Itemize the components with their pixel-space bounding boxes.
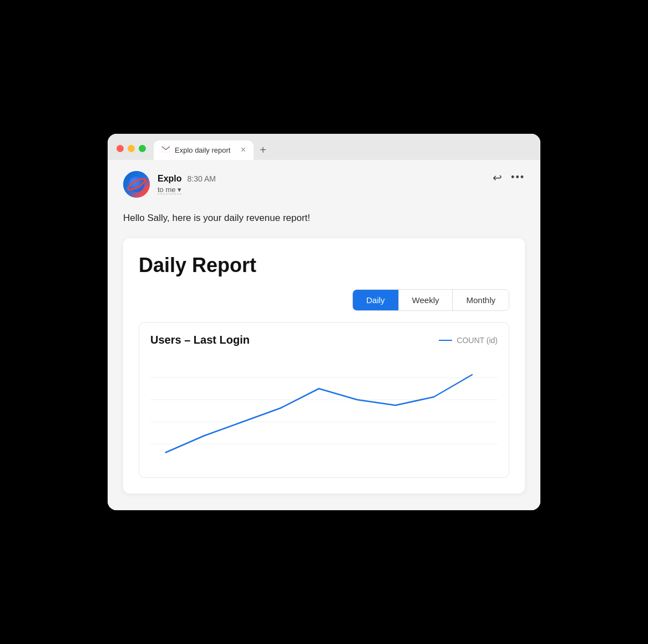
email-time: 8:30 AM — [188, 174, 216, 183]
report-card: Daily Report Daily Weekly Monthly Users … — [123, 238, 525, 494]
legend-line-icon — [439, 340, 452, 341]
more-options-button[interactable]: ••• — [511, 172, 525, 183]
tab-bar: Explo daily report × + — [154, 140, 271, 160]
tab-title: Explo daily report — [175, 146, 236, 154]
dropdown-chevron-icon: ▾ — [178, 185, 181, 194]
sender-name-time: Explo 8:30 AM — [158, 174, 216, 184]
email-body-text: Hello Sally, here is your daily revenue … — [123, 211, 525, 225]
active-tab[interactable]: Explo daily report × — [154, 140, 254, 160]
to-me-dropdown[interactable]: to me ▾ — [158, 185, 181, 194]
browser-window: Explo daily report × + — [108, 134, 540, 511]
gmail-favicon-icon — [161, 145, 170, 155]
monthly-toggle-button[interactable]: Monthly — [453, 290, 509, 310]
to-label: to me — [158, 185, 176, 194]
new-tab-button[interactable]: + — [255, 142, 271, 159]
email-header: Explo 8:30 AM to me ▾ ↩ ••• — [123, 171, 525, 198]
sender-name: Explo — [158, 174, 182, 184]
chart-legend: COUNT (id) — [439, 336, 498, 345]
weekly-toggle-button[interactable]: Weekly — [399, 290, 453, 310]
chart-section: Users – Last Login COUNT (id) — [139, 322, 509, 478]
chart-line — [166, 375, 472, 452]
daily-toggle-button[interactable]: Daily — [353, 290, 398, 310]
toggle-group: Daily Weekly Monthly — [352, 289, 509, 311]
report-title: Daily Report — [139, 254, 509, 277]
reply-button[interactable]: ↩ — [493, 171, 502, 184]
chart-title: Users – Last Login — [150, 334, 250, 346]
tab-close-icon[interactable]: × — [241, 145, 246, 154]
sender-details: Explo 8:30 AM to me ▾ — [158, 174, 216, 194]
maximize-button[interactable] — [139, 145, 146, 152]
traffic-lights — [117, 145, 146, 160]
minimize-button[interactable] — [128, 145, 135, 152]
explo-logo-icon — [128, 175, 145, 193]
sender-avatar — [123, 171, 150, 198]
chart-svg — [150, 355, 498, 466]
sender-info: Explo 8:30 AM to me ▾ — [123, 171, 216, 198]
close-button[interactable] — [117, 145, 124, 152]
title-bar: Explo daily report × + — [108, 134, 540, 160]
line-chart — [150, 355, 498, 466]
period-toggle: Daily Weekly Monthly — [139, 289, 509, 311]
chart-header: Users – Last Login COUNT (id) — [150, 334, 498, 346]
email-actions: ↩ ••• — [493, 171, 525, 184]
email-area: Explo 8:30 AM to me ▾ ↩ ••• Hello Sally,… — [108, 160, 540, 511]
legend-label: COUNT (id) — [457, 336, 498, 345]
